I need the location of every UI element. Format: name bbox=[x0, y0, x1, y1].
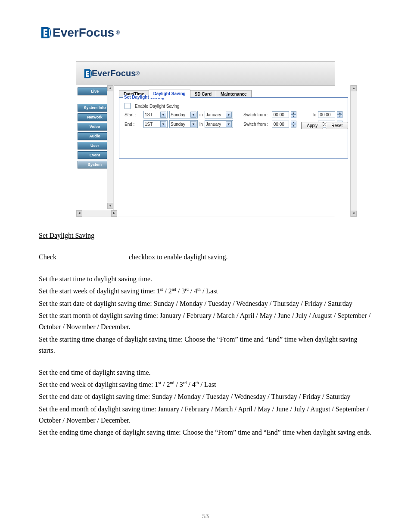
switch-from-label: Switch from : bbox=[235, 112, 270, 117]
logo-icon bbox=[82, 68, 92, 79]
chevron-up-icon: ▲ bbox=[291, 111, 296, 115]
start-day-select[interactable]: Sunday▼ bbox=[169, 111, 198, 118]
chevron-down-icon: ▼ bbox=[190, 112, 196, 118]
text: Set the end week of daylight saving time… bbox=[39, 379, 372, 390]
end-from-time[interactable]: 00:00 bbox=[272, 121, 289, 128]
doc-body: Set Daylight Saving Check checkbox to en… bbox=[39, 230, 372, 439]
end-week-select[interactable]: 1ST▼ bbox=[143, 120, 168, 128]
logo-registered: ® bbox=[116, 30, 120, 36]
sidebar: Live System Info Network Video Audio Use… bbox=[76, 85, 114, 217]
main-scrollbar[interactable]: ▲ ▼ bbox=[350, 85, 357, 217]
chevron-down-icon: ▼ bbox=[160, 121, 166, 127]
text: Set the end time of daylight saving time… bbox=[39, 367, 372, 378]
tab-daylight-saving[interactable]: Daylight Saving bbox=[149, 90, 190, 98]
chevron-up-icon[interactable]: ▲ bbox=[351, 85, 357, 91]
chevron-down-icon: ▼ bbox=[291, 124, 296, 128]
chevron-down-icon: ▼ bbox=[226, 112, 232, 118]
logo-registered: ® bbox=[136, 71, 140, 77]
chevron-down-icon[interactable]: ▼ bbox=[351, 211, 357, 217]
enable-label: Enable Daylight Saving bbox=[135, 104, 179, 109]
text: Set the start month of daylight saving t… bbox=[39, 310, 372, 333]
end-day-select[interactable]: Sunday▼ bbox=[169, 120, 198, 128]
app-screenshot: EverFocus ® Live System Info Network Vid… bbox=[76, 61, 335, 217]
chevron-down-icon: ▼ bbox=[291, 115, 296, 118]
logo-text: EverFocus bbox=[53, 26, 114, 40]
start-month-select[interactable]: January▼ bbox=[205, 111, 233, 118]
sidebar-hscrollbar[interactable]: ◄ ► bbox=[76, 210, 117, 217]
tab-sd-card[interactable]: SD Card bbox=[190, 90, 216, 98]
text: Set the start time to daylight saving ti… bbox=[39, 274, 372, 285]
to-label: To bbox=[312, 112, 317, 117]
chevron-down-icon: ▼ bbox=[337, 115, 342, 118]
enable-checkbox[interactable] bbox=[125, 103, 131, 109]
switch-from-label: Switch from : bbox=[235, 122, 270, 127]
text: checkbox to enable daylight saving. bbox=[129, 253, 228, 261]
end-from-spinner[interactable]: ▲▼ bbox=[291, 121, 296, 128]
start-label: Start : bbox=[125, 112, 142, 117]
in-label: in bbox=[199, 122, 203, 127]
text: Set the end month of daylight saving tim… bbox=[39, 404, 372, 426]
start-to-spinner[interactable]: ▲▼ bbox=[337, 111, 342, 118]
reset-button[interactable]: Reset bbox=[326, 122, 348, 129]
apply-button[interactable]: Apply bbox=[301, 122, 323, 129]
start-from-spinner[interactable]: ▲▼ bbox=[291, 111, 296, 118]
chevron-down-icon: ▼ bbox=[226, 121, 232, 127]
main-panel: Date/Time Daylight Saving SD Card Mainte… bbox=[114, 85, 357, 217]
app-header: EverFocus ® bbox=[76, 62, 335, 86]
text: Set the end date of daylight saving time… bbox=[39, 391, 372, 402]
app-header-title: EverFocus bbox=[92, 68, 136, 78]
tab-maintenance[interactable]: Maintenance bbox=[216, 90, 252, 98]
chevron-up-icon: ▲ bbox=[337, 111, 342, 115]
chevron-down-icon: ▼ bbox=[160, 112, 166, 118]
section-heading: Set Daylight Saving bbox=[39, 232, 94, 239]
chevron-left-icon[interactable]: ◄ bbox=[76, 210, 82, 217]
chevron-up-icon: ▲ bbox=[291, 121, 296, 124]
tabs: Date/Time Daylight Saving SD Card Mainte… bbox=[119, 90, 348, 98]
sidebar-scrollbar[interactable]: ▲ ▼ bbox=[107, 85, 113, 209]
text: Set the ending time change of daylight s… bbox=[39, 427, 372, 438]
chevron-up-icon[interactable]: ▲ bbox=[107, 85, 113, 91]
end-label: End : bbox=[125, 122, 142, 127]
in-label: in bbox=[199, 112, 203, 117]
start-to-time[interactable]: 00:00 bbox=[318, 111, 335, 118]
chevron-down-icon[interactable]: ▼ bbox=[107, 203, 113, 209]
chevron-down-icon: ▼ bbox=[190, 121, 196, 127]
text: Set the starting time change of daylight… bbox=[39, 334, 372, 357]
text: Set the start date of daylight saving ti… bbox=[39, 298, 372, 309]
brand-logo: EverFocus ® bbox=[39, 26, 372, 40]
page-number: 53 bbox=[0, 513, 411, 520]
logo-icon bbox=[39, 26, 51, 39]
start-from-time[interactable]: 00:00 bbox=[272, 111, 289, 118]
text: Set the start week of daylight saving ti… bbox=[39, 286, 372, 297]
text: Check bbox=[39, 253, 56, 261]
start-week-select[interactable]: 1ST▼ bbox=[143, 111, 168, 118]
end-month-select[interactable]: January▼ bbox=[205, 120, 233, 128]
